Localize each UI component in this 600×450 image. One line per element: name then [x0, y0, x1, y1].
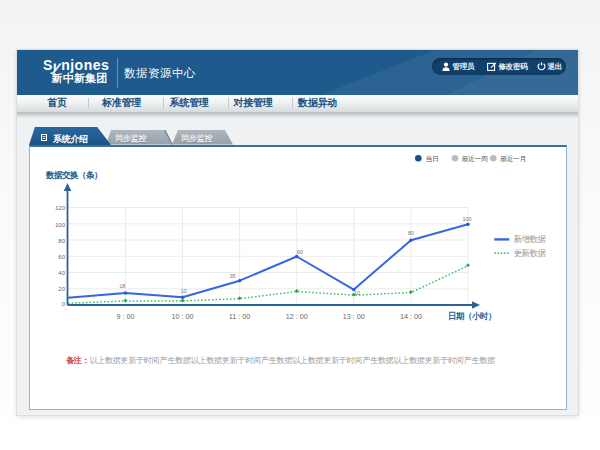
svg-text:0: 0 [62, 300, 66, 306]
svg-text:100: 100 [462, 216, 471, 222]
svg-text:35: 35 [229, 272, 235, 278]
svg-text:80: 80 [408, 230, 414, 236]
svg-text:新增数据: 新增数据 [514, 234, 547, 244]
svg-text:10: 10 [180, 288, 186, 294]
svg-text:11 : 00: 11 : 00 [229, 312, 250, 321]
svg-text:日期（小时）: 日期（小时） [448, 310, 496, 320]
svg-text:80: 80 [58, 237, 65, 243]
svg-text:最近一月: 最近一月 [500, 154, 526, 162]
svg-text:60: 60 [297, 249, 303, 255]
svg-text:13 : 00: 13 : 00 [343, 312, 365, 321]
svg-text:40: 40 [58, 270, 65, 276]
svg-text:更新数据: 更新数据 [514, 248, 547, 258]
svg-text:9 : 00: 9 : 00 [117, 312, 135, 321]
svg-text:100: 100 [55, 221, 66, 227]
svg-text:14 : 00: 14 : 00 [400, 312, 422, 321]
svg-text:12 : 00: 12 : 00 [286, 312, 308, 321]
svg-text:18: 18 [119, 282, 125, 288]
svg-text:120: 120 [55, 205, 66, 211]
svg-text:60: 60 [58, 253, 65, 259]
svg-text:20: 20 [58, 286, 65, 292]
svg-text:当日: 当日 [426, 154, 439, 162]
svg-text:最近一周: 最近一周 [462, 154, 488, 161]
svg-text:数据交换（条）: 数据交换（条） [45, 169, 102, 179]
svg-text:10 : 00: 10 : 00 [172, 312, 194, 321]
svg-text:10: 10 [354, 289, 360, 295]
